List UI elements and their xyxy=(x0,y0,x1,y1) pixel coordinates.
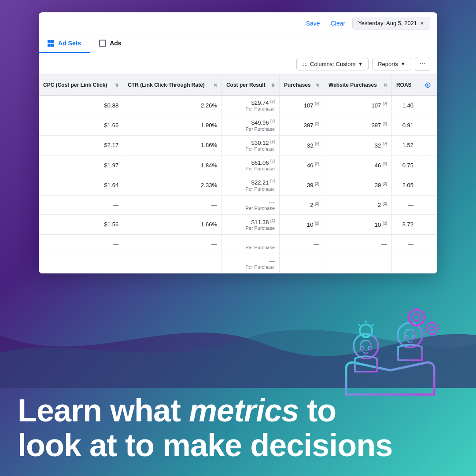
cell-ctr: — xyxy=(123,195,222,214)
bottom-line2: look at to make decisions xyxy=(18,428,458,463)
date-label: Yesterday: Aug 5, 2021 xyxy=(358,20,417,26)
cell-cpc: $0.88 xyxy=(39,96,123,115)
ads-icon xyxy=(99,40,106,47)
sort-icon-website-purchases[interactable]: ⇅ xyxy=(384,83,387,88)
table-container: CPC (Cost per Link Click) ⇅ CTR (Link Cl… xyxy=(39,75,437,273)
sort-icon-ctr[interactable]: ⇅ xyxy=(214,83,217,88)
col-header-roas: ROAS xyxy=(391,75,418,96)
svg-point-20 xyxy=(426,323,438,334)
cell-cost: —Per Purchase xyxy=(221,195,279,214)
col-header-ctr: CTR (Link Click-Through Rate) ⇅ xyxy=(123,75,222,96)
cell-empty xyxy=(418,175,438,195)
date-picker[interactable]: Yesterday: Aug 5, 2021 ▼ xyxy=(352,17,430,30)
cell-empty xyxy=(418,254,438,273)
cell-cpc: — xyxy=(39,254,123,273)
sort-icon-cost[interactable]: ⇅ xyxy=(271,83,275,88)
cell-roas: 2.05 xyxy=(391,175,418,195)
cell-purchases: 397 [2] xyxy=(280,115,324,135)
cell-cpc: $1.56 xyxy=(39,214,123,234)
cell-purchases: — xyxy=(280,234,324,254)
svg-point-2 xyxy=(368,347,372,350)
ads-tab-label: Ads xyxy=(110,40,121,47)
ui-panel: Save Clear Yesterday: Aug 5, 2021 ▼ Ad S… xyxy=(39,12,437,273)
toolbar: Save Clear Yesterday: Aug 5, 2021 ▼ xyxy=(39,12,437,34)
cell-roas: 1.52 xyxy=(391,135,418,155)
cell-ctr: 1.90% xyxy=(123,115,222,135)
tab-adsets[interactable]: Ad Sets xyxy=(39,34,90,53)
cell-purchases: 46 [2] xyxy=(280,155,324,175)
more-options-button[interactable]: ··· xyxy=(415,57,430,71)
columns-button[interactable]: ⚏ Columns: Custom ▼ xyxy=(296,58,369,70)
tab-ads[interactable]: Ads xyxy=(90,34,130,53)
cell-cpc: $1.66 xyxy=(39,115,123,135)
table-row: $1.561.66%$11.38 [2]Per Purchase10 [2]10… xyxy=(39,214,437,234)
cell-cost: $61.06 [2]Per Purchase xyxy=(221,155,279,175)
table-row: ———Per Purchase——— xyxy=(39,254,437,273)
cell-roas: 3.72 xyxy=(391,214,418,234)
cell-empty xyxy=(418,234,438,254)
brain-gears-illustration xyxy=(328,298,452,399)
svg-point-8 xyxy=(404,336,408,339)
col-header-website-purchases: Website Purchases ⇅ xyxy=(324,75,392,96)
sort-icon-purchases[interactable]: ⇅ xyxy=(316,83,319,88)
columns-chevron-icon: ▼ xyxy=(358,61,363,66)
table-row: $1.642.33%$22.21 [2]Per Purchase39 [2]39… xyxy=(39,175,437,195)
svg-line-5 xyxy=(372,324,373,326)
sort-icon-cpc[interactable]: ⇅ xyxy=(115,83,118,88)
adsets-tab-label: Ad Sets xyxy=(58,40,81,47)
cell-website-purchases: — xyxy=(324,234,392,254)
line1-text-b: metrics xyxy=(189,393,299,428)
line2-text-b: at to make decisions xyxy=(81,428,392,463)
chevron-down-icon: ▼ xyxy=(420,21,424,26)
cell-cpc: $1.97 xyxy=(39,155,123,175)
cell-cost: —Per Purchase xyxy=(221,234,279,254)
cell-website-purchases: — xyxy=(324,254,392,273)
cell-ctr: 1.66% xyxy=(123,214,222,234)
cell-cost: $30.12 [2]Per Purchase xyxy=(221,135,279,155)
table-row: ———Per Purchase——— xyxy=(39,234,437,254)
cell-cost: $11.38 [2]Per Purchase xyxy=(221,214,279,234)
cell-cost: $49.96 [2]Per Purchase xyxy=(221,115,279,135)
table-row: $0.882.26%$29.74 [2]Per Purchase107 [2]1… xyxy=(39,96,437,115)
cell-website-purchases: 2 [2] xyxy=(324,195,392,214)
adsets-grid-icon xyxy=(48,40,55,47)
svg-point-1 xyxy=(360,347,364,350)
cell-website-purchases: 107 [2] xyxy=(324,96,392,115)
cell-ctr: 1.84% xyxy=(123,155,222,175)
cell-roas: 0.91 xyxy=(391,115,418,135)
cell-website-purchases: 10 [2] xyxy=(324,214,392,234)
cell-cpc: — xyxy=(39,234,123,254)
cell-empty xyxy=(418,96,438,115)
cell-roas: 0.75 xyxy=(391,155,418,175)
add-column-button[interactable]: ⊕ xyxy=(423,78,433,92)
reports-chevron-icon: ▼ xyxy=(401,61,406,66)
cell-purchases: 32 [2] xyxy=(280,135,324,155)
table-row: $1.661.90%$49.96 [2]Per Purchase397 [2]3… xyxy=(39,115,437,135)
reports-label: Reports xyxy=(378,61,398,67)
col-header-purchases: Purchases ⇅ xyxy=(280,75,324,96)
svg-point-7 xyxy=(398,323,422,347)
cell-purchases: 107 [2] xyxy=(280,96,324,115)
cell-purchases: — xyxy=(280,254,324,273)
cell-purchases: 2 [2] xyxy=(280,195,324,214)
save-button[interactable]: Save xyxy=(303,18,324,29)
cell-roas: — xyxy=(391,254,418,273)
cell-empty xyxy=(418,195,438,214)
data-table: CPC (Cost per Link Click) ⇅ CTR (Link Cl… xyxy=(39,75,437,273)
reports-button[interactable]: Reports ▼ xyxy=(372,58,411,70)
col-header-cost: Cost per Result ⇅ xyxy=(221,75,279,96)
cell-cpc: $2.17 xyxy=(39,135,123,155)
cell-website-purchases: 46 [2] xyxy=(324,155,392,175)
col-header-cpc: CPC (Cost per Link Click) ⇅ xyxy=(39,75,123,96)
cell-website-purchases: 397 [2] xyxy=(324,115,392,135)
svg-point-11 xyxy=(413,314,420,321)
cell-empty xyxy=(418,135,438,155)
svg-line-6 xyxy=(358,324,360,326)
table-controls: ⚏ Columns: Custom ▼ Reports ▼ ··· xyxy=(39,53,437,75)
cell-empty xyxy=(418,115,438,135)
cell-cpc: — xyxy=(39,195,123,214)
clear-button[interactable]: Clear xyxy=(327,18,349,29)
columns-icon: ⚏ xyxy=(302,61,307,67)
cell-website-purchases: 32 [2] xyxy=(324,135,392,155)
cell-website-purchases: 39 [2] xyxy=(324,175,392,195)
